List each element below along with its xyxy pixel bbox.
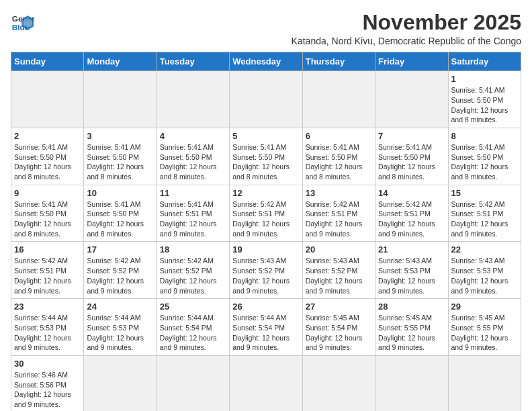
calendar-week-row: 2Sunrise: 5:41 AMSunset: 5:50 PMDaylight… (11, 128, 521, 185)
day-info: Sunrise: 5:41 AMSunset: 5:50 PMDaylight:… (160, 142, 226, 182)
day-number: 21 (378, 244, 445, 255)
calendar-day-cell (84, 71, 157, 128)
calendar-day-cell: 6Sunrise: 5:41 AMSunset: 5:50 PMDaylight… (302, 128, 375, 185)
day-info: Sunrise: 5:41 AMSunset: 5:50 PMDaylight:… (306, 142, 372, 182)
day-number: 30 (14, 359, 81, 369)
day-info: Sunrise: 5:43 AMSunset: 5:52 PMDaylight:… (232, 256, 299, 295)
day-number: 29 (451, 302, 518, 312)
calendar-day-cell: 7Sunrise: 5:41 AMSunset: 5:50 PMDaylight… (375, 128, 448, 185)
calendar-day-cell: 26Sunrise: 5:44 AMSunset: 5:54 PMDayligh… (230, 299, 302, 356)
day-info: Sunrise: 5:45 AMSunset: 5:54 PMDaylight:… (306, 313, 372, 353)
calendar-day-cell (157, 355, 229, 411)
weekday-header-row: SundayMondayTuesdayWednesdayThursdayFrid… (11, 52, 521, 71)
day-number: 13 (306, 188, 372, 198)
calendar-day-cell: 2Sunrise: 5:41 AMSunset: 5:50 PMDaylight… (11, 128, 84, 185)
calendar-day-cell: 9Sunrise: 5:41 AMSunset: 5:50 PMDaylight… (11, 185, 84, 242)
day-info: Sunrise: 5:41 AMSunset: 5:50 PMDaylight:… (451, 142, 518, 182)
calendar-day-cell: 17Sunrise: 5:42 AMSunset: 5:52 PMDayligh… (84, 242, 157, 299)
calendar-day-cell: 24Sunrise: 5:44 AMSunset: 5:53 PMDayligh… (84, 299, 157, 356)
calendar-table: SundayMondayTuesdayWednesdayThursdayFrid… (11, 52, 521, 411)
day-number: 7 (378, 131, 445, 141)
calendar-week-row: 23Sunrise: 5:44 AMSunset: 5:53 PMDayligh… (11, 299, 521, 356)
calendar-day-cell (448, 355, 521, 411)
day-number: 14 (378, 188, 445, 198)
day-number: 26 (232, 302, 299, 312)
calendar-day-cell (375, 355, 448, 411)
calendar-day-cell (302, 71, 375, 128)
calendar-day-cell: 22Sunrise: 5:43 AMSunset: 5:53 PMDayligh… (448, 242, 521, 299)
day-number: 11 (160, 188, 226, 198)
day-number: 6 (306, 131, 372, 141)
day-info: Sunrise: 5:41 AMSunset: 5:50 PMDaylight:… (378, 142, 445, 182)
day-info: Sunrise: 5:42 AMSunset: 5:52 PMDaylight:… (87, 256, 153, 295)
day-info: Sunrise: 5:41 AMSunset: 5:50 PMDaylight:… (87, 142, 153, 182)
day-number: 4 (160, 131, 226, 141)
day-info: Sunrise: 5:44 AMSunset: 5:53 PMDaylight:… (87, 313, 153, 353)
day-number: 18 (160, 244, 226, 255)
calendar-day-cell: 27Sunrise: 5:45 AMSunset: 5:54 PMDayligh… (302, 299, 375, 356)
calendar-day-cell: 3Sunrise: 5:41 AMSunset: 5:50 PMDaylight… (84, 128, 157, 185)
day-info: Sunrise: 5:42 AMSunset: 5:51 PMDaylight:… (451, 199, 518, 239)
day-info: Sunrise: 5:42 AMSunset: 5:51 PMDaylight:… (232, 199, 299, 239)
day-info: Sunrise: 5:44 AMSunset: 5:54 PMDaylight:… (232, 313, 299, 353)
day-number: 25 (160, 302, 226, 312)
day-number: 27 (306, 302, 372, 312)
calendar-subtitle: Katanda, Nord Kivu, Democratic Republic … (292, 36, 521, 46)
day-number: 20 (306, 244, 372, 255)
day-info: Sunrise: 5:44 AMSunset: 5:54 PMDaylight:… (160, 313, 226, 353)
calendar-day-cell: 1Sunrise: 5:41 AMSunset: 5:50 PMDaylight… (448, 71, 521, 128)
day-number: 22 (451, 244, 518, 255)
calendar-day-cell: 5Sunrise: 5:41 AMSunset: 5:50 PMDaylight… (230, 128, 302, 185)
day-number: 2 (14, 131, 81, 141)
calendar-day-cell: 14Sunrise: 5:42 AMSunset: 5:51 PMDayligh… (375, 185, 448, 242)
day-number: 9 (14, 188, 81, 198)
calendar-day-cell: 20Sunrise: 5:43 AMSunset: 5:52 PMDayligh… (302, 242, 375, 299)
calendar-day-cell (230, 71, 302, 128)
day-info: Sunrise: 5:41 AMSunset: 5:50 PMDaylight:… (232, 142, 299, 182)
day-number: 12 (232, 188, 299, 198)
day-number: 1 (451, 74, 518, 84)
calendar-day-cell (84, 355, 157, 411)
weekday-header: Thursday (302, 52, 375, 71)
day-info: Sunrise: 5:41 AMSunset: 5:50 PMDaylight:… (451, 85, 518, 125)
calendar-day-cell: 19Sunrise: 5:43 AMSunset: 5:52 PMDayligh… (230, 242, 302, 299)
calendar-day-cell: 25Sunrise: 5:44 AMSunset: 5:54 PMDayligh… (157, 299, 229, 356)
calendar-day-cell: 11Sunrise: 5:41 AMSunset: 5:51 PMDayligh… (157, 185, 229, 242)
calendar-day-cell (157, 71, 229, 128)
calendar-day-cell: 4Sunrise: 5:41 AMSunset: 5:50 PMDaylight… (157, 128, 229, 185)
calendar-week-row: 9Sunrise: 5:41 AMSunset: 5:50 PMDaylight… (11, 185, 521, 242)
calendar-day-cell: 18Sunrise: 5:42 AMSunset: 5:52 PMDayligh… (157, 242, 229, 299)
day-info: Sunrise: 5:43 AMSunset: 5:53 PMDaylight:… (451, 256, 518, 295)
calendar-day-cell (302, 355, 375, 411)
header: General Blue November 2025 Katanda, Nord… (11, 11, 521, 46)
calendar-week-row: 16Sunrise: 5:42 AMSunset: 5:51 PMDayligh… (11, 242, 521, 299)
day-info: Sunrise: 5:42 AMSunset: 5:51 PMDaylight:… (378, 199, 445, 239)
weekday-header: Sunday (11, 52, 84, 71)
calendar-day-cell (11, 71, 84, 128)
calendar-day-cell: 12Sunrise: 5:42 AMSunset: 5:51 PMDayligh… (230, 185, 302, 242)
day-info: Sunrise: 5:41 AMSunset: 5:50 PMDaylight:… (14, 199, 81, 239)
calendar-day-cell: 29Sunrise: 5:45 AMSunset: 5:55 PMDayligh… (448, 299, 521, 356)
day-info: Sunrise: 5:41 AMSunset: 5:50 PMDaylight:… (14, 142, 81, 182)
calendar-week-row: 1Sunrise: 5:41 AMSunset: 5:50 PMDaylight… (11, 71, 521, 128)
day-number: 16 (14, 244, 81, 255)
day-number: 10 (87, 188, 153, 198)
day-number: 17 (87, 244, 153, 255)
calendar-title: November 2025 (292, 11, 521, 34)
weekday-header: Monday (84, 52, 157, 71)
day-info: Sunrise: 5:42 AMSunset: 5:51 PMDaylight:… (14, 256, 81, 295)
logo: General Blue (11, 11, 35, 35)
calendar-day-cell (230, 355, 302, 411)
day-number: 15 (451, 188, 518, 198)
day-info: Sunrise: 5:42 AMSunset: 5:51 PMDaylight:… (306, 199, 372, 239)
calendar-day-cell: 13Sunrise: 5:42 AMSunset: 5:51 PMDayligh… (302, 185, 375, 242)
day-number: 3 (87, 131, 153, 141)
weekday-header: Saturday (448, 52, 521, 71)
weekday-header: Tuesday (157, 52, 229, 71)
day-info: Sunrise: 5:43 AMSunset: 5:52 PMDaylight:… (306, 256, 372, 295)
weekday-header: Wednesday (230, 52, 302, 71)
day-info: Sunrise: 5:45 AMSunset: 5:55 PMDaylight:… (378, 313, 445, 353)
calendar-day-cell: 16Sunrise: 5:42 AMSunset: 5:51 PMDayligh… (11, 242, 84, 299)
weekday-header: Friday (375, 52, 448, 71)
calendar-day-cell: 15Sunrise: 5:42 AMSunset: 5:51 PMDayligh… (448, 185, 521, 242)
